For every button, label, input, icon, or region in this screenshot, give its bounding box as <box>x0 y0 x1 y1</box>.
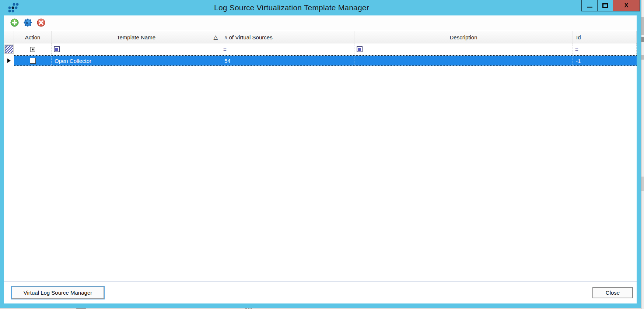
checked-checkbox-icon <box>54 46 60 52</box>
minimize-button[interactable] <box>582 0 597 11</box>
close-window-button[interactable]: X <box>613 0 640 11</box>
checked-checkbox-icon <box>357 46 363 52</box>
title-bar: Log Source Virtualization Template Manag… <box>0 0 641 15</box>
filter-description-cell[interactable] <box>354 43 573 55</box>
action-cell <box>14 55 52 66</box>
window-title: Log Source Virtualization Template Manag… <box>0 0 583 15</box>
gear-icon <box>24 18 32 26</box>
filter-id-cell[interactable]: = <box>573 43 637 55</box>
grid-filter-row: = = <box>4 43 637 55</box>
equals-filter-icon: = <box>575 47 578 52</box>
current-row-arrow-icon <box>7 58 11 63</box>
virtual-log-source-manager-button[interactable]: Virtual Log Source Manager <box>12 287 104 299</box>
clear-filter-cell[interactable] <box>4 43 14 55</box>
column-header-action[interactable]: Action <box>14 31 52 43</box>
toolbar <box>4 15 637 30</box>
screen: Log Source Virtualization Template Manag… <box>0 0 644 309</box>
sort-ascending-icon: △ <box>213 34 218 40</box>
maximize-icon <box>602 3 608 8</box>
filter-action-cell[interactable] <box>14 43 52 55</box>
window-controls: X <box>581 0 640 11</box>
column-header-description[interactable]: Description <box>354 31 573 43</box>
background-fragment <box>641 17 644 35</box>
background-fragment <box>641 37 644 42</box>
column-header-id[interactable]: Id <box>573 31 637 43</box>
row-indicator-header <box>4 31 14 43</box>
id-cell: -1 <box>573 55 636 66</box>
filter-template-name-cell[interactable] <box>52 43 221 55</box>
equals-filter-icon: = <box>223 47 227 52</box>
background-fragment <box>641 177 644 191</box>
virtual-sources-cell: 54 <box>221 55 354 66</box>
close-button[interactable]: Close <box>592 287 633 298</box>
properties-button[interactable] <box>24 18 32 27</box>
clear-filter-icon <box>5 45 13 53</box>
template-name-cell: Open Collector <box>52 55 221 66</box>
dialog-window: Log Source Virtualization Template Manag… <box>0 0 641 308</box>
template-grid: Action Template Name △ # of Virtual Sour… <box>4 31 637 66</box>
maximize-button[interactable] <box>597 0 613 11</box>
filter-virtual-sources-cell[interactable]: = <box>221 43 354 55</box>
table-row[interactable]: Open Collector 54 -1 <box>4 55 637 66</box>
close-icon: X <box>624 2 628 9</box>
delete-template-button[interactable] <box>37 18 45 27</box>
minimize-icon <box>587 7 592 8</box>
column-header-virtual-sources[interactable]: # of Virtual Sources <box>221 31 354 43</box>
grid-header-row: Action Template Name △ # of Virtual Sour… <box>4 31 637 43</box>
action-checkbox[interactable] <box>30 58 36 64</box>
add-template-button[interactable] <box>10 18 19 27</box>
background-window-edge <box>641 0 644 309</box>
row-indicator-cell <box>4 55 14 66</box>
column-header-template-name[interactable]: Template Name △ <box>52 31 221 43</box>
indeterminate-checkbox-icon <box>30 47 35 52</box>
window-body: Action Template Name △ # of Virtual Sour… <box>4 15 637 303</box>
background-fragment <box>641 55 644 60</box>
description-cell <box>354 55 573 66</box>
footer-divider <box>4 281 637 282</box>
selected-row[interactable]: Open Collector 54 -1 <box>14 55 637 66</box>
